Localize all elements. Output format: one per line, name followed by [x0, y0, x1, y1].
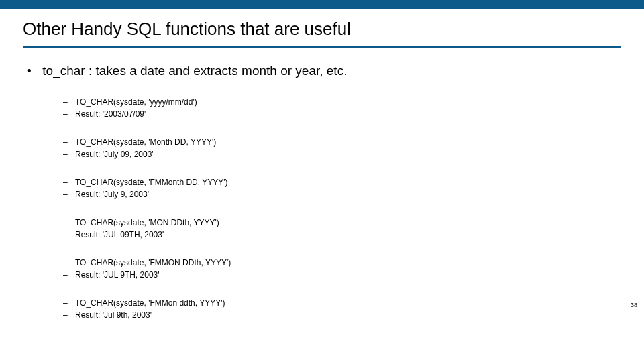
example-group: – TO_CHAR(sysdate, 'Month DD, YYYY') – R…: [63, 136, 621, 160]
example-result: – Result: 'Jul 9th, 2003': [63, 309, 621, 321]
examples-list: – TO_CHAR(sysdate, 'yyyy/mm/dd') – Resul…: [63, 96, 621, 321]
example-group: – TO_CHAR(sysdate, 'yyyy/mm/dd') – Resul…: [63, 96, 621, 120]
example-result: – Result: 'JUL 9TH, 2003': [63, 269, 621, 281]
bullet-dot: •: [27, 64, 39, 78]
example-func-text: TO_CHAR(sysdate, 'MON DDth, YYYY'): [75, 217, 219, 229]
example-result-text: Result: 'Jul 9th, 2003': [75, 309, 152, 321]
example-func-text: TO_CHAR(sysdate, 'Month DD, YYYY'): [75, 136, 216, 148]
dash-icon: –: [63, 257, 75, 269]
example-result-text: Result: 'JUL 9TH, 2003': [75, 269, 160, 281]
dash-icon: –: [63, 148, 75, 160]
example-result-text: Result: 'JUL 09TH, 2003': [75, 229, 164, 241]
top-accent-bar: [0, 0, 644, 9]
dash-icon: –: [63, 217, 75, 229]
page-number: 38: [631, 302, 637, 308]
example-result: – Result: 'July 9, 2003': [63, 188, 621, 200]
example-group: – TO_CHAR(sysdate, 'FMMonth DD, YYYY') –…: [63, 176, 621, 200]
slide-title: Other Handy SQL functions that are usefu…: [23, 19, 621, 48]
example-func: – TO_CHAR(sysdate, 'MON DDth, YYYY'): [63, 217, 621, 229]
main-bullet-text: to_char : takes a date and extracts mont…: [42, 64, 347, 78]
slide-content: Other Handy SQL functions that are usefu…: [0, 9, 644, 321]
main-bullet: • to_char : takes a date and extracts mo…: [27, 64, 621, 78]
example-group: – TO_CHAR(sysdate, 'FMMon ddth, YYYY') –…: [63, 297, 621, 321]
example-func-text: TO_CHAR(sysdate, 'FMMonth DD, YYYY'): [75, 176, 228, 188]
example-func: – TO_CHAR(sysdate, 'FMMonth DD, YYYY'): [63, 176, 621, 188]
dash-icon: –: [63, 229, 75, 241]
dash-icon: –: [63, 309, 75, 321]
example-result: – Result: '2003/07/09': [63, 108, 621, 120]
example-group: – TO_CHAR(sysdate, 'FMMON DDth, YYYY') –…: [63, 257, 621, 281]
dash-icon: –: [63, 136, 75, 148]
dash-icon: –: [63, 188, 75, 200]
dash-icon: –: [63, 269, 75, 281]
dash-icon: –: [63, 176, 75, 188]
example-func-text: TO_CHAR(sysdate, 'yyyy/mm/dd'): [75, 96, 197, 108]
example-result: – Result: 'July 09, 2003': [63, 148, 621, 160]
example-result-text: Result: 'July 9, 2003': [75, 188, 149, 200]
example-group: – TO_CHAR(sysdate, 'MON DDth, YYYY') – R…: [63, 217, 621, 241]
example-func: – TO_CHAR(sysdate, 'FMMON DDth, YYYY'): [63, 257, 621, 269]
dash-icon: –: [63, 96, 75, 108]
example-func: – TO_CHAR(sysdate, 'FMMon ddth, YYYY'): [63, 297, 621, 309]
example-func: – TO_CHAR(sysdate, 'Month DD, YYYY'): [63, 136, 621, 148]
dash-icon: –: [63, 297, 75, 309]
dash-icon: –: [63, 108, 75, 120]
example-result-text: Result: '2003/07/09': [75, 108, 146, 120]
example-result-text: Result: 'July 09, 2003': [75, 148, 154, 160]
example-func: – TO_CHAR(sysdate, 'yyyy/mm/dd'): [63, 96, 621, 108]
example-func-text: TO_CHAR(sysdate, 'FMMon ddth, YYYY'): [75, 297, 225, 309]
example-func-text: TO_CHAR(sysdate, 'FMMON DDth, YYYY'): [75, 257, 231, 269]
example-result: – Result: 'JUL 09TH, 2003': [63, 229, 621, 241]
